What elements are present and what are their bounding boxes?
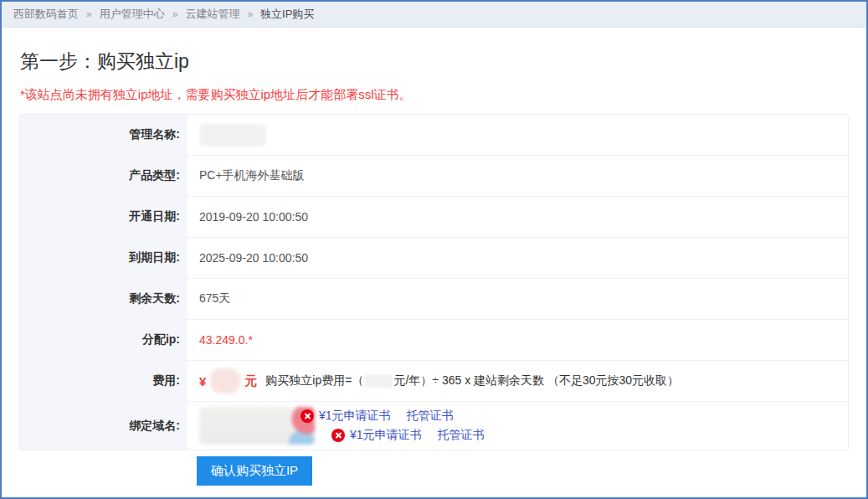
table-row-expire-date: 到期日期: 2025-09-20 10:00:50 — [19, 238, 848, 279]
fee-formula: 购买独立ip费用=（元/年）÷ 365 x 建站剩余天数 （不足30元按30元收… — [265, 373, 679, 388]
fee-formula-suffix: 元/年）÷ 365 x 建站剩余天数 （不足30元按30元收取） — [393, 373, 679, 387]
product-type-value: PC+手机海外基础版 — [187, 156, 848, 196]
no-cert-icon — [300, 409, 314, 423]
host-cert-link[interactable]: 托管证书 — [438, 428, 485, 443]
apply-cert-link[interactable]: ¥1元申请证书 — [350, 428, 422, 443]
breadcrumb: 西部数码首页 » 用户管理中心 » 云建站管理 » 独立IP购买 — [2, 2, 866, 28]
redacted-management-name — [199, 124, 266, 147]
redacted-yearly-price — [364, 374, 393, 388]
breadcrumb-item-home[interactable]: 西部数码首页 — [13, 7, 79, 22]
table-row-remaining-days: 剩余天数: 675天 — [19, 279, 848, 320]
page-title: 第一步：购买独立ip — [20, 49, 850, 75]
cert-line: ¥1元申请证书 托管证书 — [331, 426, 485, 445]
fee-label: 费用: — [19, 361, 187, 401]
management-name-value — [187, 115, 848, 155]
main-content: 第一步：购买独立ip *该站点尚未拥有独立ip地址，需要购买独立ip地址后才能部… — [2, 49, 866, 486]
open-date-value: 2019-09-20 10:00:50 — [187, 197, 848, 237]
expire-date-value: 2025-09-20 10:00:50 — [187, 238, 848, 278]
table-row-bound-domains: 绑定域名: ¥1元申请证书 托管证书 ¥1元申请证书 托管证书 — [19, 402, 848, 450]
assigned-ip-label: 分配ip: — [19, 320, 187, 360]
fee-currency-symbol: ¥ — [199, 374, 206, 388]
remaining-days-value: 675天 — [187, 279, 848, 319]
redacted-fee-amount — [210, 368, 240, 394]
fee-formula-prefix: 购买独立ip费用=（ — [265, 373, 363, 387]
bound-domains-label: 绑定域名: — [19, 402, 187, 450]
table-row-management-name: 管理名称: — [19, 115, 848, 156]
confirm-purchase-ip-button[interactable]: 确认购买独立IP — [197, 456, 312, 486]
table-row-fee: 费用: ¥ 元 购买独立ip费用=（元/年）÷ 365 x 建站剩余天数 （不足… — [19, 361, 848, 402]
site-info-table: 管理名称: 产品类型: PC+手机海外基础版 开通日期: 2019-09-20 … — [18, 114, 849, 450]
breadcrumb-item-ip-purchase: 独立IP购买 — [260, 7, 314, 22]
expire-date-label: 到期日期: — [19, 238, 187, 278]
product-type-label: 产品类型: — [19, 156, 187, 196]
breadcrumb-separator-icon: » — [172, 8, 178, 20]
breadcrumb-item-user-center[interactable]: 用户管理中心 — [100, 7, 165, 22]
breadcrumb-separator-icon: » — [86, 8, 92, 20]
redacted-domain-names — [199, 407, 315, 445]
remaining-days-label: 剩余天数: — [19, 279, 187, 319]
table-row-open-date: 开通日期: 2019-09-20 10:00:50 — [19, 197, 848, 238]
open-date-label: 开通日期: — [19, 197, 187, 237]
cert-line: ¥1元申请证书 托管证书 — [300, 407, 454, 425]
fee-unit: 元 — [244, 373, 257, 389]
page-frame: 西部数码首页 » 用户管理中心 » 云建站管理 » 独立IP购买 第一步：购买独… — [0, 0, 868, 499]
apply-cert-link[interactable]: ¥1元申请证书 — [319, 409, 391, 424]
host-cert-link[interactable]: 托管证书 — [407, 409, 454, 424]
table-row-assigned-ip: 分配ip: 43.249.0.* — [19, 320, 848, 361]
warning-text: *该站点尚未拥有独立ip地址，需要购买独立ip地址后才能部署ssl证书。 — [20, 87, 850, 103]
management-name-label: 管理名称: — [19, 115, 187, 155]
assigned-ip-value: 43.249.0.* — [187, 320, 848, 360]
breadcrumb-separator-icon: » — [247, 8, 253, 20]
no-cert-icon — [331, 429, 345, 442]
bound-domains-value: ¥1元申请证书 托管证书 ¥1元申请证书 托管证书 — [187, 402, 848, 450]
breadcrumb-item-site-manage[interactable]: 云建站管理 — [185, 7, 239, 22]
fee-value: ¥ 元 购买独立ip费用=（元/年）÷ 365 x 建站剩余天数 （不足30元按… — [187, 361, 848, 401]
table-row-product-type: 产品类型: PC+手机海外基础版 — [19, 156, 848, 197]
